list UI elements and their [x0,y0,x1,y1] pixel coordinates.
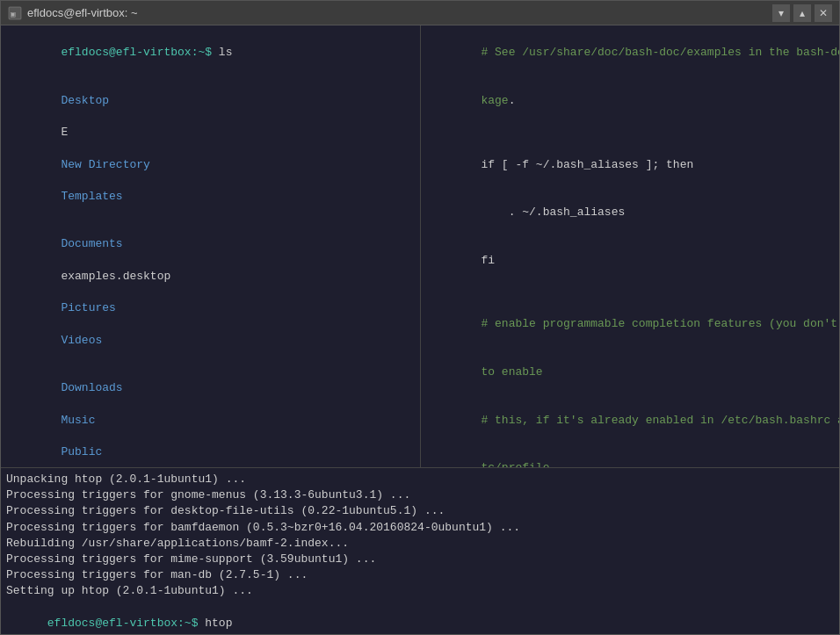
bottom-line-1: Unpacking htop (2.0.1-1ubuntu1) ... [6,472,834,487]
right-line-8: # enable programmable completion feature… [426,300,834,349]
title-bar: ▣ efldocs@efl-virtbox: ~ ▾ ▴ ✕ [1,1,839,25]
prompt-bottom-1: efldocs@efl-virtbox:~$ [47,617,205,630]
ls-item-documents: Documents [61,237,122,250]
prompt-left: efldocs@efl-virtbox:~$ [61,46,218,59]
close-button[interactable]: ✕ [815,4,832,22]
window-title: efldocs@efl-virtbox: ~ [27,6,138,19]
bottom-line-5: Rebuilding /usr/share/applications/bamf-… [6,536,834,552]
ls-item-pictures: Pictures [61,301,115,314]
bottom-line-8: Setting up htop (2.0.1-1ubuntu1) ... [6,583,834,599]
ls-item-e: E [61,126,68,139]
left-pane[interactable]: efldocs@efl-virtbox:~$ ls Desktop E New … [1,25,421,467]
ls-item-examples: examples.desktop [61,270,170,283]
bottom-pane[interactable]: Unpacking htop (2.0.1-1ubuntu1) ... Proc… [1,467,839,634]
right-line-6: fi [426,236,834,285]
right-line-4: if [ -f ~/.bash_aliases ]; then [426,141,834,189]
right-line-2: kage. [426,77,834,126]
terminal-window: ▣ efldocs@efl-virtbox: ~ ▾ ▴ ✕ efldocs@e… [0,0,840,635]
right-line-5: . ~/.bash_aliases [426,189,834,237]
right-line-9: to enable [426,349,834,397]
right-line-11: tc/profile [426,444,834,467]
ls-item-templates: Templates [61,190,122,203]
ls-item-music: Music [61,414,95,427]
minimize-button[interactable]: ▾ [772,4,790,22]
terminal-icon: ▣ [8,6,22,20]
bottom-line-9: efldocs@efl-virtbox:~$ htop [6,600,834,635]
bottom-line-7: Processing triggers for man-db (2.7.5-1)… [6,567,834,583]
right-pane[interactable]: # See /usr/share/doc/bash-doc/examples i… [421,25,839,467]
ls-item-new-directory: New Directory [61,158,149,171]
ls-item-public: Public [61,445,102,458]
right-line-7 [426,285,834,300]
ls-row-3: Downloads Music Public [6,364,415,467]
ls-item-desktop: Desktop [61,94,109,107]
bottom-line-2: Processing triggers for gnome-menus (3.1… [6,487,834,503]
htop-cmd: htop [205,617,232,630]
ls-row-1: Desktop E New Directory Templates [6,77,415,221]
title-bar-controls: ▾ ▴ ✕ [772,4,832,22]
ls-row-2: Documents examples.desktop Pictures Vide… [6,220,415,364]
ls-command-line: efldocs@efl-virtbox:~$ ls [6,29,415,77]
ls-item-videos: Videos [61,334,102,347]
bottom-line-6: Processing triggers for mime-support (3.… [6,552,834,567]
bottom-line-4: Processing triggers for bamfdaemon (0.5.… [6,520,834,536]
ls-cmd: ls [219,46,233,59]
terminal-body: efldocs@efl-virtbox:~$ ls Desktop E New … [1,25,839,467]
svg-text:▣: ▣ [11,10,16,18]
ls-item-downloads: Downloads [61,381,122,394]
maximize-button[interactable]: ▴ [793,4,811,22]
right-line-3 [426,125,834,141]
bottom-line-3: Processing triggers for desktop-file-uti… [6,503,834,519]
right-line-1: # See /usr/share/doc/bash-doc/examples i… [426,29,834,77]
right-line-10: # this, if it's already enabled in /etc/… [426,396,834,444]
title-bar-left: ▣ efldocs@efl-virtbox: ~ [8,6,138,20]
